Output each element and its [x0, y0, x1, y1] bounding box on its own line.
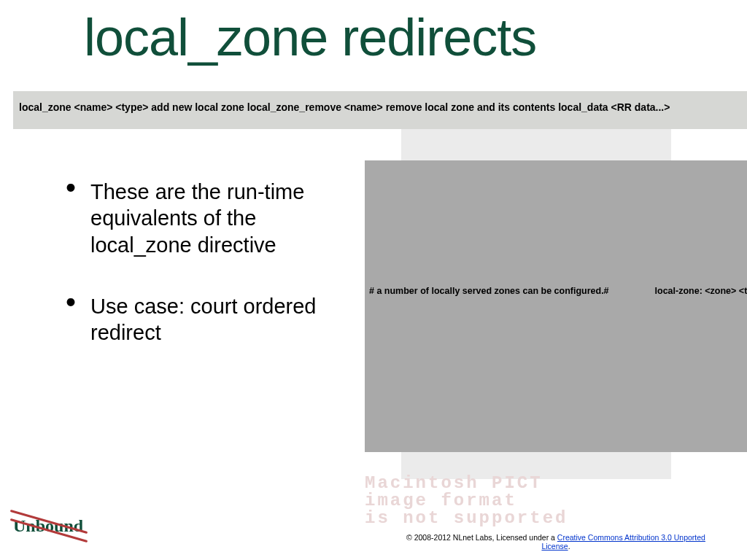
ghost-left: # a number of locally served zones can b… — [369, 286, 609, 296]
command-bar-text: local_zone <name> <type> add new local z… — [19, 101, 670, 113]
slide-title: local_zone redirects — [84, 7, 536, 67]
bullet-item: • Use case: court ordered redirect — [66, 293, 357, 346]
logo-text: Unbound — [13, 516, 83, 536]
mac-pict-warning: Macintosh PICTimage formatis not support… — [365, 475, 568, 527]
footer-license-link[interactable]: Creative Commons Attribution 3.0 Unporte… — [557, 533, 705, 542]
bullet-item: • These are the run-time equivalents of … — [66, 179, 357, 258]
footer-license: © 2008-2012 NLnet Labs, Licensed under a… — [395, 533, 716, 551]
bullet-list: • These are the run-time equivalents of … — [66, 179, 357, 381]
unbound-logo: Unbound — [13, 513, 86, 540]
bullet-text: Use case: court ordered redirect — [90, 293, 357, 346]
ghost-right: local-zone: <zone> <type># — [655, 286, 747, 296]
footer-prefix: © 2008-2012 NLnet Labs, Licensed under a — [406, 533, 557, 542]
footer-suffix: . — [568, 542, 570, 551]
ghost-comment-row: # a number of locally served zones can b… — [369, 286, 747, 296]
bullet-text: These are the run-time equivalents of th… — [90, 179, 357, 258]
bullet-icon: • — [66, 179, 76, 196]
footer-license-link-2[interactable]: License — [541, 542, 568, 551]
gray-block-dark — [365, 160, 747, 452]
bullet-icon: • — [66, 293, 76, 311]
